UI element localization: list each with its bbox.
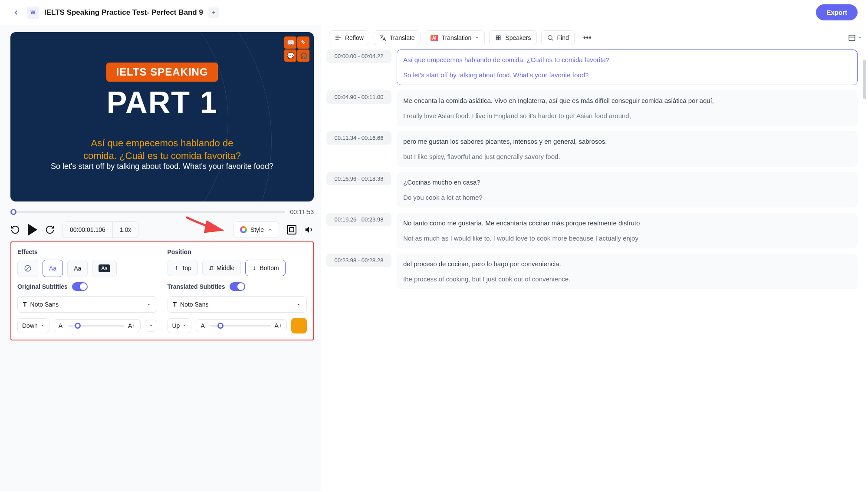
segment-original: the process of cooking, but I just cook …	[403, 274, 851, 284]
original-subtitles-toggle[interactable]	[72, 282, 88, 291]
effect-outline-button[interactable]: Aa	[43, 260, 63, 277]
file-icon: W	[27, 7, 39, 19]
rewind-button[interactable]	[10, 225, 20, 234]
add-tab-button[interactable]: +	[208, 7, 219, 18]
top-bar: W IELTS Speaking Practice Test- Perfect …	[0, 0, 868, 25]
segment-original: Not as much as I would like to. I would …	[403, 234, 851, 243]
view-mode-button[interactable]	[848, 34, 862, 42]
svg-line-1	[26, 266, 30, 271]
svg-rect-8	[499, 38, 500, 40]
segment-time[interactable]: 00:19.26 - 00:23.98	[326, 213, 391, 226]
segment-body[interactable]: ¿Cocinas mucho en casa?Do you cook a lot…	[397, 172, 858, 208]
translated-size-slider[interactable]: A- A+	[196, 319, 287, 332]
right-pane: Reflow Translate AI Translation Speakers…	[321, 25, 868, 491]
segment-row: 00:11.34 - 00:16.66pero me gustan los sa…	[326, 131, 858, 167]
play-button[interactable]	[28, 224, 37, 236]
segments-list: 00:00.00 - 00:04.22Así que empecemos hab…	[326, 50, 865, 491]
forward-button[interactable]	[45, 225, 55, 234]
segment-original: So let's start off by talking about food…	[403, 70, 851, 79]
segment-row: 00:23.98 - 00:28.28del proceso de cocina…	[326, 254, 858, 289]
original-font-select[interactable]: TNoto Sans	[17, 296, 157, 313]
position-bottom-button[interactable]: ⤓Bottom	[245, 260, 285, 276]
video-badge: IELTS SPEAKING	[106, 63, 217, 82]
progress-slider[interactable]	[10, 211, 285, 213]
original-color-select[interactable]	[145, 320, 157, 332]
segment-translated: del proceso de cocinar, pero lo hago por…	[403, 259, 851, 268]
style-flower-icon	[240, 226, 247, 233]
svg-point-9	[548, 36, 552, 40]
book-icon: 📖	[284, 36, 296, 49]
svg-rect-6	[499, 36, 500, 37]
video-corner-icons: 📖 ✎ 💬 🎧	[284, 36, 309, 62]
left-pane: 📖 ✎ 💬 🎧 IELTS SPEAKING PART 1 Así que em…	[0, 25, 321, 491]
video-subtitle-original: So let's start off by talking about food…	[51, 162, 273, 171]
segment-original: but I like spicy, flavorful and just gen…	[403, 152, 851, 161]
headphones-icon: 🎧	[297, 50, 309, 62]
svg-line-10	[551, 39, 552, 40]
more-button[interactable]: •••	[579, 31, 596, 45]
segment-time[interactable]: 00:00.00 - 00:04.22	[326, 50, 391, 63]
original-direction-select[interactable]: Down	[17, 318, 49, 333]
segment-row: 00:19.26 - 00:23.98No tanto como me gust…	[326, 213, 858, 248]
segment-time[interactable]: 00:04.90 - 00:11.00	[326, 90, 391, 104]
segment-time[interactable]: 00:16.96 - 00:18.38	[326, 172, 391, 185]
scrollbar[interactable]	[863, 60, 866, 99]
segment-original: I really love Asian food. I live in Engl…	[403, 111, 851, 120]
video-subtitle-translated: Así que empecemos hablando de comida. ¿C…	[83, 137, 241, 162]
translate-button[interactable]: Translate	[374, 30, 421, 45]
current-time-input[interactable]: 00:00:01.106	[63, 222, 113, 238]
total-time: 00:11:53	[290, 208, 314, 215]
translated-direction-select[interactable]: Up	[168, 318, 192, 333]
translated-font-select[interactable]: TNoto Sans	[168, 296, 307, 313]
segment-time[interactable]: 00:11.34 - 00:16.66	[326, 131, 391, 145]
volume-button[interactable]	[304, 225, 314, 234]
segment-time[interactable]: 00:23.98 - 00:28.28	[326, 254, 391, 267]
page-title: IELTS Speaking Practice Test- Perfect Ba…	[44, 8, 203, 17]
segment-body[interactable]: pero me gustan los sabores picantes, int…	[397, 131, 858, 167]
effect-none-button[interactable]	[17, 260, 38, 277]
segment-body[interactable]: del proceso de cocinar, pero lo hago por…	[397, 254, 858, 289]
export-button[interactable]: Export	[816, 4, 858, 20]
position-top-button[interactable]: ⤒Top	[168, 260, 198, 276]
effects-label: Effects	[17, 248, 157, 255]
speech-icon: 💬	[284, 50, 296, 62]
segment-original: Do you cook a lot at home?	[403, 193, 851, 202]
segment-row: 00:16.96 - 00:18.38¿Cocinas mucho en cas…	[326, 172, 858, 208]
svg-rect-5	[496, 36, 498, 37]
segment-row: 00:00.00 - 00:04.22Así que empecemos hab…	[326, 50, 858, 85]
fullscreen-button[interactable]	[287, 225, 296, 234]
segment-translated: Me encanta la comida asiática. Vivo en I…	[403, 96, 851, 105]
original-subtitles-label: Original Subtitles	[17, 283, 68, 290]
segment-translated: pero me gustan los sabores picantes, int…	[403, 137, 851, 146]
back-button[interactable]	[10, 7, 22, 18]
segment-row: 00:04.90 - 00:11.00Me encanta la comida …	[326, 90, 858, 126]
translation-dropdown[interactable]: AI Translation	[425, 30, 485, 45]
speakers-button[interactable]: Speakers	[489, 30, 536, 45]
effect-box-button[interactable]: Aa	[92, 260, 117, 277]
video-preview[interactable]: 📖 ✎ 💬 🎧 IELTS SPEAKING PART 1 Así que em…	[10, 32, 314, 201]
original-size-slider[interactable]: A- A+	[54, 319, 141, 332]
segment-body[interactable]: Así que empecemos hablando de comida. ¿C…	[397, 50, 858, 85]
position-middle-button[interactable]: ⇵Middle	[202, 260, 241, 276]
video-title: PART 1	[107, 85, 218, 120]
segment-body[interactable]: No tanto como me gustaría. Me encantaría…	[397, 213, 858, 248]
style-button[interactable]: Style	[233, 221, 279, 238]
segment-translated: Así que empecemos hablando de comida. ¿C…	[403, 55, 851, 64]
speed-input[interactable]: 1.0x	[113, 222, 138, 238]
ai-badge-icon: AI	[431, 35, 438, 41]
segment-translated: ¿Cocinas mucho en casa?	[403, 178, 851, 187]
pen-icon: ✎	[297, 36, 309, 49]
translated-subtitles-label: Translated Subtitles	[168, 283, 225, 290]
reflow-button[interactable]: Reflow	[329, 30, 369, 45]
svg-rect-7	[496, 38, 498, 40]
position-label: Position	[168, 248, 307, 255]
svg-rect-11	[849, 35, 855, 40]
find-button[interactable]: Find	[541, 30, 575, 45]
translated-color-swatch[interactable]	[291, 318, 307, 334]
segment-translated: No tanto como me gustaría. Me encantaría…	[403, 218, 851, 228]
effect-plain-button[interactable]: Aa	[67, 260, 88, 277]
translated-subtitles-toggle[interactable]	[230, 282, 245, 291]
segment-body[interactable]: Me encanta la comida asiática. Vivo en I…	[397, 90, 858, 126]
style-panel: Effects Aa Aa Aa Position ⤒Top ⇵Middle ⤓…	[10, 241, 314, 340]
